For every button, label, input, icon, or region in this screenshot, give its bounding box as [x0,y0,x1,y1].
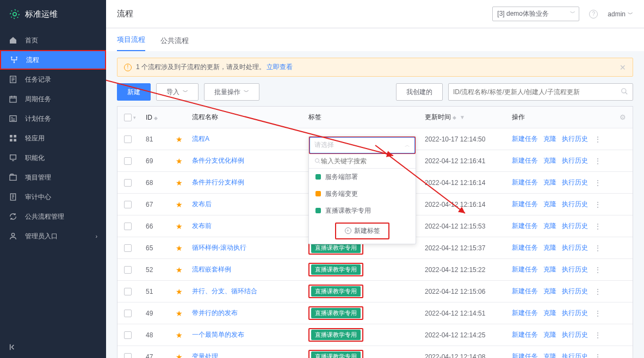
tag-search-input[interactable] [321,157,410,165]
star-icon[interactable]: ★ [176,266,183,274]
close-icon[interactable]: ✕ [620,63,626,72]
flow-name-link[interactable]: 条件并行分支样例 [192,178,308,187]
tab-project-flow[interactable]: 项目流程 [117,29,145,51]
help-icon[interactable]: ? [589,10,598,18]
more-icon[interactable]: ⋮ [593,223,602,230]
op-clone[interactable]: 克隆 [543,243,556,252]
star-icon[interactable]: ★ [176,287,183,296]
search-box[interactable] [448,83,633,101]
flow-name-link[interactable]: 带并行的的发布 [192,308,308,318]
more-icon[interactable]: ⋮ [593,353,602,359]
more-icon[interactable]: ⋮ [593,179,602,187]
flow-name-link[interactable]: 流程A [192,134,308,144]
op-new-task[interactable]: 新建任务 [512,287,538,296]
tag-select-input[interactable]: 请选择 ︿ [309,137,415,153]
op-clone[interactable]: 克隆 [543,330,556,340]
op-clone[interactable]: 克隆 [543,134,556,144]
sidebar-item-task-record[interactable]: 任务记录 [0,70,106,89]
op-history[interactable]: 执行历史 [562,308,588,318]
my-created-button[interactable]: 我创建的 [396,83,443,101]
logo[interactable]: 标准运维 [0,0,106,28]
flow-name-link[interactable]: 条件分支优化样例 [192,156,308,165]
col-tag[interactable]: 标签 [308,113,425,122]
star-icon[interactable]: ★ [176,178,183,187]
star-icon[interactable]: ★ [176,353,183,359]
sidebar-item-admin[interactable]: 管理员入口 › [0,226,106,246]
more-icon[interactable]: ⋮ [593,135,602,143]
row-checkbox[interactable] [124,266,132,274]
op-new-task[interactable]: 新建任务 [512,352,538,358]
tab-public-flow[interactable]: 公共流程 [160,30,189,51]
row-checkbox[interactable] [124,288,132,295]
flow-name-link[interactable]: 发布前 [192,221,308,231]
row-checkbox[interactable] [124,179,132,187]
new-button[interactable]: 新建 [117,83,151,101]
op-new-task[interactable]: 新建任务 [512,178,538,187]
sidebar-item-functional[interactable]: 职能化 [0,148,106,168]
op-clone[interactable]: 克隆 [543,200,556,209]
tag-option[interactable]: 服务端变更 [309,186,416,202]
sidebar-item-flows[interactable]: 流程 [0,50,106,70]
more-icon[interactable]: ⋮ [593,201,602,208]
op-clone[interactable]: 克隆 [543,287,556,296]
import-button[interactable]: 导入﹀ [156,83,199,101]
op-clone[interactable]: 克隆 [543,178,556,187]
sidebar-item-public-flow[interactable]: 公共流程管理 [0,207,106,226]
sidebar-item-home[interactable]: 首页 [0,30,106,50]
sidebar-item-planned[interactable]: 计划任务 [0,109,106,128]
op-new-task[interactable]: 新建任务 [512,243,538,252]
flow-name-link[interactable]: 一个最简单的发布 [192,330,308,340]
op-history[interactable]: 执行历史 [562,156,588,165]
row-checkbox[interactable] [124,310,132,317]
star-icon[interactable]: ★ [176,222,183,231]
flow-name-link[interactable]: 并行、分支、循环结合 [192,287,308,296]
row-checkbox[interactable] [124,135,132,143]
sidebar-item-periodic[interactable]: 周期任务 [0,89,106,109]
alert-link[interactable]: 立即查看 [267,63,293,72]
sidebar-collapse-button[interactable] [0,336,106,358]
op-history[interactable]: 执行历史 [562,352,588,358]
more-icon[interactable]: ⋮ [593,331,602,339]
op-history[interactable]: 执行历史 [562,243,588,252]
more-icon[interactable]: ⋮ [593,266,602,274]
gear-icon[interactable]: ⚙ [620,113,626,121]
row-checkbox[interactable] [124,157,132,165]
flow-name-link[interactable]: 发布后 [192,200,308,209]
search-input[interactable] [453,88,621,96]
op-history[interactable]: 执行历史 [562,178,588,187]
op-clone[interactable]: 克隆 [543,265,556,274]
op-new-task[interactable]: 新建任务 [512,156,538,165]
row-checkbox[interactable] [124,331,132,339]
sidebar-item-lightapp[interactable]: 轻应用 [0,128,106,148]
row-checkbox[interactable] [124,353,132,359]
op-new-task[interactable]: 新建任务 [512,265,538,274]
op-new-task[interactable]: 新建任务 [512,308,538,318]
op-history[interactable]: 执行历史 [562,134,588,144]
more-icon[interactable]: ⋮ [593,244,602,252]
col-id[interactable]: ID [146,114,152,121]
more-icon[interactable]: ⋮ [593,157,602,165]
sort-icon[interactable]: ◆ [453,115,456,120]
star-icon[interactable]: ★ [176,331,183,340]
star-icon[interactable]: ★ [176,157,183,165]
sort-icon[interactable]: ◆ [154,115,158,121]
star-icon[interactable]: ★ [176,135,183,144]
chevron-down-icon[interactable]: ▾ [133,115,136,120]
col-name[interactable]: 流程名称 [192,113,308,122]
flow-name-link[interactable]: 变量处理 [192,352,308,358]
op-history[interactable]: 执行历史 [562,200,588,209]
sidebar-item-audit[interactable]: 审计中心 [0,187,106,207]
more-icon[interactable]: ⋮ [593,288,602,295]
tag-option[interactable]: 直播课教学专用 [309,202,416,219]
tag-search[interactable] [309,154,416,169]
op-history[interactable]: 执行历史 [562,330,588,340]
op-history[interactable]: 执行历史 [562,265,588,274]
create-tag-button[interactable]: + 新建标签 [335,223,389,239]
op-clone[interactable]: 克隆 [543,308,556,318]
star-icon[interactable]: ★ [176,244,183,252]
filter-icon[interactable]: ▼ [460,114,465,120]
flow-name-link[interactable]: 流程嵌套样例 [192,265,308,274]
col-updated[interactable]: 更新时间 [425,113,451,121]
op-new-task[interactable]: 新建任务 [512,134,538,144]
op-new-task[interactable]: 新建任务 [512,221,538,231]
